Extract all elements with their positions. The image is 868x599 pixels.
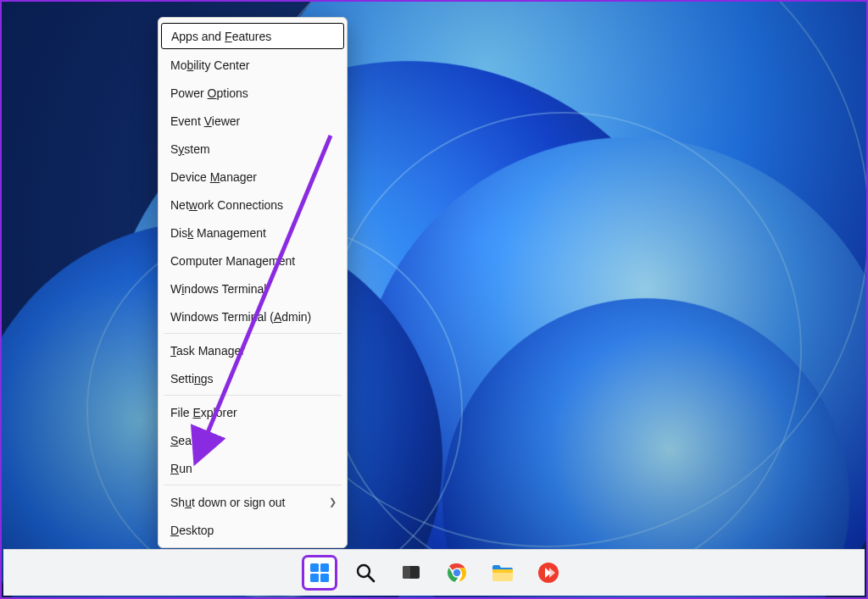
menu-item-label: Power Options [170, 86, 248, 100]
menu-item-system[interactable]: System [159, 135, 347, 163]
menu-item-computer-management[interactable]: Computer Management [159, 247, 347, 275]
taskbar-search-button[interactable] [350, 557, 381, 588]
svg-rect-1 [310, 563, 319, 572]
svg-point-11 [453, 569, 460, 576]
svg-rect-8 [403, 566, 410, 579]
taskbar-file-explorer-button[interactable] [487, 557, 518, 588]
menu-item-label: Event Viewer [170, 114, 240, 128]
menu-item-label: Run [170, 462, 192, 475]
taskbar-task-view-button[interactable] [396, 557, 426, 588]
start-context-menu[interactable]: Apps and FeaturesMobility CenterPower Op… [158, 17, 348, 548]
svg-rect-13 [492, 569, 513, 573]
menu-item-search[interactable]: Search [159, 426, 347, 454]
svg-rect-2 [320, 563, 329, 572]
desktop-wallpaper [2, 2, 866, 597]
taskbar [3, 549, 865, 596]
search-icon [354, 562, 376, 584]
menu-item-label: Task Manager [170, 344, 245, 358]
menu-item-label: Computer Management [170, 254, 295, 268]
menu-item-mobility-center[interactable]: Mobility Center [159, 51, 347, 79]
menu-item-label: Network Connections [170, 198, 283, 212]
menu-separator [164, 485, 342, 485]
windows-start-icon [309, 562, 331, 584]
file-explorer-icon [491, 562, 515, 584]
task-view-icon [400, 562, 422, 584]
menu-item-disk-management[interactable]: Disk Management [159, 219, 347, 247]
taskbar-anydesk-button[interactable] [533, 557, 564, 588]
menu-item-label: Search [170, 434, 208, 447]
taskbar-start-button[interactable] [304, 557, 335, 588]
menu-item-label: Windows Terminal [170, 282, 266, 296]
menu-separator [164, 333, 342, 334]
svg-line-6 [369, 576, 375, 582]
menu-item-label: Apps and Features [171, 30, 271, 43]
taskbar-chrome-button[interactable] [442, 557, 472, 588]
menu-item-power-options[interactable]: Power Options [159, 79, 347, 107]
menu-item-device-manager[interactable]: Device Manager [159, 163, 347, 191]
svg-rect-3 [310, 574, 319, 582]
menu-item-label: Settings [170, 372, 214, 385]
svg-rect-4 [320, 574, 329, 582]
menu-item-label: Device Manager [170, 170, 257, 184]
menu-item-label: System [170, 142, 210, 156]
menu-item-windows-terminal[interactable]: Windows Terminal [159, 275, 347, 302]
menu-item-network-connections[interactable]: Network Connections [159, 191, 347, 219]
menu-item-apps-and-features[interactable]: Apps and Features [161, 23, 344, 49]
menu-item-desktop[interactable]: Desktop [159, 516, 347, 544]
menu-item-label: Disk Management [170, 226, 266, 240]
menu-separator [164, 395, 342, 396]
anydesk-icon [537, 562, 559, 584]
menu-item-label: Desktop [170, 524, 214, 537]
menu-item-shutdown-signout[interactable]: Shut down or sign out [159, 488, 347, 516]
menu-item-event-viewer[interactable]: Event Viewer [159, 107, 347, 135]
desktop-viewport: Apps and FeaturesMobility CenterPower Op… [0, 0, 868, 599]
menu-item-label: Mobility Center [170, 58, 249, 72]
menu-item-windows-terminal-admin[interactable]: Windows Terminal (Admin) [159, 302, 347, 330]
menu-item-label: Shut down or sign out [170, 496, 285, 509]
menu-item-settings[interactable]: Settings [159, 364, 347, 392]
menu-item-label: Windows Terminal (Admin) [170, 310, 311, 324]
chrome-icon [446, 562, 468, 584]
menu-item-label: File Explorer [170, 406, 237, 419]
menu-item-task-manager[interactable]: Task Manager [159, 336, 347, 364]
menu-item-run[interactable]: Run [159, 454, 347, 482]
menu-item-file-explorer[interactable]: File Explorer [159, 398, 347, 426]
